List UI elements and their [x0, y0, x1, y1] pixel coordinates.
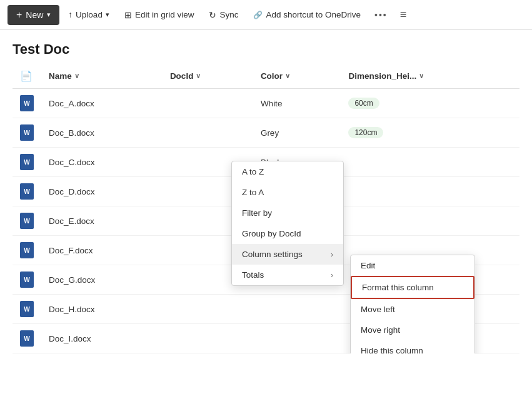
color-cell	[253, 295, 341, 324]
column-settings-arrow-icon: ›	[331, 250, 333, 259]
docid-cell	[163, 118, 253, 148]
col-docid-header[interactable]: DocId ∨	[163, 64, 253, 89]
dimension-cell	[341, 206, 519, 236]
column-settings-submenu: Edit Format this column Move left Move r…	[350, 255, 475, 353]
file-name-cell: Doc_B.docx	[41, 118, 163, 148]
edit-grid-button[interactable]: ⊞ Edit in grid view	[118, 6, 201, 24]
menu-item-totals[interactable]: Totals ›	[232, 265, 343, 285]
col-icon-header: 📄	[13, 64, 41, 89]
new-button[interactable]: + New ▾	[8, 5, 59, 25]
file-icon-cell: W	[13, 177, 41, 206]
menu-item-a-to-z[interactable]: A to Z	[232, 161, 343, 182]
docid-cell	[163, 89, 253, 118]
new-label: New	[26, 10, 43, 20]
more-button[interactable]: •••	[369, 6, 393, 24]
col-color-header[interactable]: Color ∨	[253, 64, 341, 89]
sync-icon: ↻	[209, 10, 216, 20]
sync-button[interactable]: ↻ Sync	[203, 6, 244, 24]
word-icon: W	[20, 330, 34, 347]
docid-cell	[163, 295, 253, 324]
upload-label: Upload	[76, 10, 103, 19]
col-dimension-header[interactable]: Dimension_Hei... ∨	[341, 64, 519, 89]
menu-item-hide-column[interactable]: Hide this column	[351, 340, 474, 353]
table-row[interactable]: WDoc_A.docxWhite60cm	[13, 89, 519, 118]
chevron-down-icon: ▾	[47, 11, 51, 19]
totals-arrow-icon: ›	[331, 271, 333, 280]
file-name-cell: Doc_I.docx	[41, 324, 163, 353]
col-docid-label: DocId	[170, 71, 194, 81]
file-name-cell: Doc_H.docx	[41, 295, 163, 324]
file-name-cell: Doc_G.docx	[41, 265, 163, 295]
totals-label: Totals	[242, 270, 264, 280]
menu-item-move-right[interactable]: Move right	[351, 320, 474, 340]
file-type-icon: 📄	[20, 71, 33, 81]
col-dimension-label: Dimension_Hei...	[348, 71, 416, 81]
word-icon: W	[20, 301, 34, 317]
file-name-cell: Doc_F.docx	[41, 236, 163, 265]
file-icon-cell: W	[13, 236, 41, 265]
dimension-cell	[341, 148, 519, 177]
upload-chevron-icon: ▾	[106, 11, 109, 19]
file-icon-cell: W	[13, 265, 41, 295]
z-to-a-label: Z to A	[242, 188, 264, 197]
file-name-cell: Doc_D.docx	[41, 177, 163, 206]
shortcut-label: Add shortcut to OneDrive	[266, 10, 361, 19]
sync-label: Sync	[219, 10, 238, 19]
menu-item-column-settings[interactable]: Column settings ›	[232, 244, 343, 265]
docid-column-dropdown: A to Z Z to A Filter by Group by DocId C…	[231, 161, 344, 286]
file-name-cell: Doc_C.docx	[41, 148, 163, 177]
hamburger-button[interactable]: ≡	[395, 4, 412, 26]
color-cell: Grey	[253, 118, 341, 148]
menu-item-format-column[interactable]: Format this column	[351, 276, 474, 299]
group-by-label: Group by DocId	[242, 229, 301, 238]
dimension-cell: 60cm	[341, 89, 519, 118]
menu-item-group-by[interactable]: Group by DocId	[232, 223, 343, 244]
word-icon: W	[20, 213, 34, 229]
word-icon: W	[20, 154, 34, 170]
upload-button[interactable]: ↑ Upload ▾	[62, 6, 116, 24]
hide-column-label: Hide this column	[361, 346, 423, 353]
dots-icon: •••	[374, 10, 388, 20]
word-icon: W	[20, 95, 34, 111]
color-cell	[253, 324, 341, 353]
color-cell: White	[253, 89, 341, 118]
toolbar: + New ▾ ↑ Upload ▾ ⊞ Edit in grid view ↻…	[0, 0, 532, 30]
file-icon-cell: W	[13, 295, 41, 324]
word-icon: W	[20, 183, 34, 200]
upload-icon: ↑	[68, 10, 73, 19]
move-right-label: Move right	[361, 325, 400, 335]
shortcut-button[interactable]: 🔗 Add shortcut to OneDrive	[247, 6, 367, 24]
dimension-badge: 120cm	[348, 127, 383, 138]
dimension-cell	[341, 177, 519, 206]
dimension-cell: 120cm	[341, 118, 519, 148]
grid-icon: ⊞	[124, 10, 132, 20]
menu-item-filter-by[interactable]: Filter by	[232, 203, 343, 223]
plus-icon: +	[16, 9, 22, 21]
file-name-cell: Doc_A.docx	[41, 89, 163, 118]
col-dimension-sort-icon: ∨	[419, 72, 424, 80]
table-header-row: 📄 Name ∨ DocId ∨ Color	[13, 64, 519, 89]
edit-grid-label: Edit in grid view	[135, 10, 194, 19]
file-icon-cell: W	[13, 148, 41, 177]
table-row[interactable]: WDoc_B.docxGrey120cm	[13, 118, 519, 148]
menu-item-edit[interactable]: Edit	[351, 255, 474, 276]
file-icon-cell: W	[13, 324, 41, 353]
file-name-cell: Doc_E.docx	[41, 206, 163, 236]
file-icon-cell: W	[13, 89, 41, 118]
col-name-sort-icon: ∨	[74, 72, 79, 80]
menu-item-move-left[interactable]: Move left	[351, 299, 474, 320]
col-name-header[interactable]: Name ∨	[41, 64, 163, 89]
file-icon-cell: W	[13, 118, 41, 148]
file-icon-cell: W	[13, 206, 41, 236]
col-color-sort-icon: ∨	[285, 72, 290, 80]
page-title: Test Doc	[0, 30, 532, 64]
word-icon: W	[20, 242, 34, 258]
col-docid-sort-icon: ∨	[196, 72, 201, 80]
table-container: 📄 Name ∨ DocId ∨ Color	[0, 64, 532, 353]
hamburger-icon: ≡	[400, 8, 407, 21]
edit-label: Edit	[361, 261, 375, 270]
menu-item-z-to-a[interactable]: Z to A	[232, 182, 343, 203]
move-left-label: Move left	[361, 305, 395, 314]
docid-cell	[163, 324, 253, 353]
dimension-badge: 60cm	[348, 98, 379, 109]
